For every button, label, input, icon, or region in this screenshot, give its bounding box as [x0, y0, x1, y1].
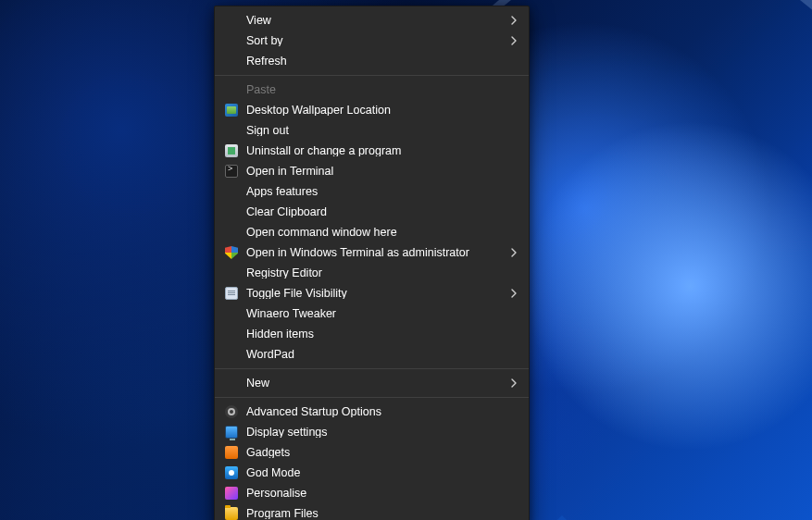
menu-item-label: Display settings — [246, 427, 508, 439]
chevron-right-icon — [508, 36, 518, 45]
folder-icon — [224, 506, 239, 520]
menu-item-label: Registry Editor — [246, 267, 508, 279]
menu-item-label: Refresh — [246, 56, 508, 68]
menu-item-display-settings[interactable]: Display settings — [215, 422, 529, 442]
menu-separator — [215, 397, 529, 398]
menu-item-desktop-wallpaper-location[interactable]: Desktop Wallpaper Location — [215, 100, 529, 120]
menu-item-label: Winaero Tweaker — [246, 308, 508, 320]
menu-item-program-files[interactable]: Program Files — [215, 503, 529, 520]
gadget-icon — [224, 445, 239, 460]
menu-item-advanced-startup-options[interactable]: Advanced Startup Options — [215, 402, 529, 422]
menu-item-god-mode[interactable]: God Mode — [215, 463, 529, 483]
shield-icon — [224, 245, 239, 260]
menu-item-new[interactable]: New — [215, 373, 529, 393]
uninstall-icon — [224, 143, 239, 158]
blank-icon — [224, 225, 239, 240]
menu-item-uninstall-change-program[interactable]: Uninstall or change a program — [215, 141, 529, 161]
menu-item-apps-features[interactable]: Apps features — [215, 181, 529, 202]
blank-icon — [224, 376, 239, 390]
menu-item-view[interactable]: View — [215, 10, 529, 31]
menu-item-paste: Paste — [215, 80, 529, 100]
menu-item-refresh[interactable]: Refresh — [215, 51, 529, 71]
menu-item-label: Gadgets — [246, 447, 508, 459]
blank-icon — [224, 123, 239, 138]
menu-item-label: Open in Windows Terminal as administrato… — [246, 247, 508, 259]
menu-item-toggle-file-visibility[interactable]: Toggle File Visibility — [215, 283, 529, 303]
blank-icon — [224, 327, 239, 341]
menu-item-label: Uninstall or change a program — [246, 145, 508, 157]
menu-item-label: Clear Clipboard — [246, 206, 508, 218]
menu-item-wordpad[interactable]: WordPad — [215, 344, 529, 365]
img-icon — [224, 103, 239, 118]
menu-item-label: View — [246, 15, 508, 27]
menu-item-sign-out[interactable]: Sign out — [215, 120, 529, 141]
menu-item-label: New — [246, 378, 508, 390]
menu-item-label: Sign out — [246, 125, 508, 137]
menu-item-label: Hidden items — [246, 328, 508, 340]
menu-item-open-windows-terminal-admin[interactable]: Open in Windows Terminal as administrato… — [215, 242, 529, 263]
blank-icon — [224, 33, 239, 48]
blank-icon — [224, 54, 239, 68]
menu-item-personalise[interactable]: Personalise — [215, 483, 529, 503]
menu-item-hidden-items[interactable]: Hidden items — [215, 324, 529, 344]
menu-separator — [215, 368, 529, 369]
blank-icon — [224, 306, 239, 321]
menu-item-winaero-tweaker[interactable]: Winaero Tweaker — [215, 303, 529, 324]
menu-item-label: Open in Terminal — [246, 166, 508, 178]
personalise-icon — [224, 486, 239, 501]
chevron-right-icon — [508, 378, 518, 388]
monitor-icon — [224, 425, 239, 440]
god-icon — [224, 465, 239, 480]
desktop-context-menu: ViewSort byRefreshPasteDesktop Wallpaper… — [214, 6, 530, 520]
blank-icon — [224, 204, 239, 219]
menu-item-label: Apps features — [246, 186, 508, 198]
menu-item-label: Toggle File Visibility — [246, 288, 508, 300]
blank-icon — [224, 184, 239, 199]
menu-item-gadgets[interactable]: Gadgets — [215, 442, 529, 463]
menu-item-open-in-terminal[interactable]: Open in Terminal — [215, 161, 529, 181]
blank-icon — [224, 13, 239, 28]
gear-icon — [224, 404, 239, 419]
menu-item-label: Open command window here — [246, 227, 508, 239]
menu-item-label: Personalise — [246, 488, 508, 500]
menu-item-label: Sort by — [246, 35, 508, 47]
chevron-right-icon — [508, 289, 518, 298]
chevron-right-icon — [508, 248, 518, 257]
menu-item-label: God Mode — [246, 467, 508, 479]
menu-item-label: WordPad — [246, 349, 508, 361]
menu-separator — [215, 75, 529, 76]
menu-item-label: Program Files — [246, 508, 508, 520]
menu-item-label: Advanced Startup Options — [246, 406, 508, 418]
menu-item-registry-editor[interactable]: Registry Editor — [215, 263, 529, 283]
menu-item-clear-clipboard[interactable]: Clear Clipboard — [215, 202, 529, 222]
terminal-icon — [224, 164, 239, 179]
blank-icon — [224, 82, 239, 97]
menu-item-label: Paste — [246, 84, 508, 96]
menu-item-open-command-window-here[interactable]: Open command window here — [215, 222, 529, 242]
chevron-right-icon — [508, 16, 518, 25]
blank-icon — [224, 347, 239, 362]
menu-item-sort-by[interactable]: Sort by — [215, 31, 529, 51]
menu-item-label: Desktop Wallpaper Location — [246, 105, 508, 117]
doc-icon — [224, 286, 239, 301]
blank-icon — [224, 266, 239, 280]
